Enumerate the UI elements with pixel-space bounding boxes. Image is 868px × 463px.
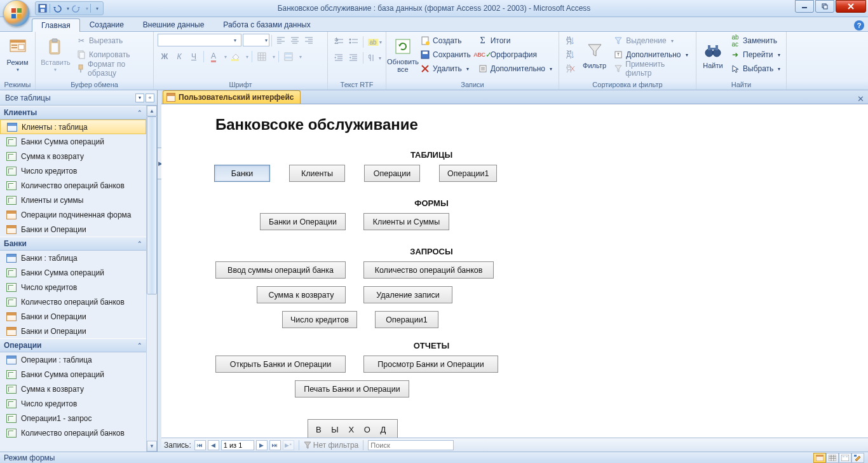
- btn-reports-2[interactable]: Печать Банки и Операции: [295, 380, 409, 397]
- nav-item[interactable]: Количество операций банков: [0, 294, 146, 309]
- btn-queries-3[interactable]: Удаление записи: [363, 286, 452, 303]
- layout-view-icon[interactable]: [839, 453, 851, 463]
- nav-group-header[interactable]: Клиенты⌃: [0, 106, 146, 120]
- view-button[interactable]: Режим ▾: [4, 34, 31, 76]
- btn-tables-2[interactable]: Операции: [364, 165, 420, 182]
- select-button[interactable]: Выбрать▾: [728, 62, 783, 76]
- font-color-dropdown[interactable]: [221, 50, 227, 64]
- totals-button[interactable]: ΣИтоги: [475, 34, 555, 48]
- new-record-nav-button[interactable]: ▶*: [283, 440, 294, 450]
- nav-item[interactable]: Операции подчиненная форма: [0, 207, 146, 222]
- nav-item[interactable]: Клиенты : таблица: [0, 120, 146, 134]
- sort-asc-button[interactable]: АЯ: [563, 34, 578, 48]
- tab-database-tools[interactable]: Работа с базами данных: [214, 18, 320, 31]
- prev-record-button[interactable]: ◀: [208, 440, 219, 450]
- gridlines-dropdown[interactable]: [269, 50, 276, 64]
- nav-item[interactable]: Банки и Операции: [0, 309, 146, 324]
- nav-item[interactable]: Клиенты и суммы: [0, 193, 146, 207]
- record-position-input[interactable]: [221, 440, 254, 450]
- office-button[interactable]: [3, 0, 30, 27]
- btn-forms-1[interactable]: Клиенты и Суммы: [363, 213, 449, 230]
- next-record-button[interactable]: ▶: [256, 440, 268, 450]
- maximize-button[interactable]: [815, 0, 834, 13]
- scrollbar-thumb[interactable]: [147, 116, 157, 294]
- btn-queries-5[interactable]: Операции1: [375, 311, 438, 328]
- close-button[interactable]: [836, 0, 866, 13]
- btn-queries-2[interactable]: Сумма к возврату: [257, 286, 346, 303]
- delete-record-button[interactable]: Удалить▾: [417, 62, 473, 76]
- nav-dropdown-icon[interactable]: ▾: [135, 93, 144, 102]
- goto-button[interactable]: ➜Перейти▾: [728, 48, 783, 62]
- nav-item[interactable]: Банки и Операции: [0, 222, 146, 237]
- increase-indent-button[interactable]: [346, 51, 360, 65]
- fill-color-button[interactable]: [228, 50, 242, 64]
- font-name-combo[interactable]: ▾: [158, 34, 241, 46]
- numbered-list-button[interactable]: 12: [332, 35, 346, 49]
- nav-item[interactable]: Банки и Операции: [0, 324, 146, 338]
- nav-item[interactable]: Число кредитов: [0, 396, 146, 411]
- form-view-icon[interactable]: [813, 453, 826, 463]
- btn-reports-1[interactable]: Просмотр Банки и Операции: [363, 356, 498, 373]
- minimize-button[interactable]: [795, 0, 814, 13]
- nav-item[interactable]: Число кредитов: [0, 280, 146, 294]
- tab-home[interactable]: Главная: [32, 18, 80, 32]
- align-right-button[interactable]: [302, 34, 316, 48]
- btn-tables-3[interactable]: Операции1: [439, 165, 497, 182]
- replace-button[interactable]: abacЗаменить: [728, 34, 783, 48]
- alt-fill-dropdown[interactable]: [296, 50, 302, 64]
- bullet-list-button[interactable]: [346, 35, 360, 49]
- nav-group-header[interactable]: Банки⌃: [0, 237, 146, 251]
- nav-item[interactable]: Операции : таблица: [0, 352, 146, 367]
- nav-item[interactable]: Сумма к возврату: [0, 149, 146, 163]
- undo-icon[interactable]: [52, 3, 62, 13]
- nav-pane-header[interactable]: Все таблицы ▾ «: [0, 90, 157, 106]
- btn-reports-0[interactable]: Открыть Банки и Операции: [215, 356, 346, 373]
- tab-create[interactable]: Создание: [80, 18, 133, 31]
- scroll-up-icon[interactable]: ▲: [147, 106, 157, 116]
- filter-button[interactable]: Фильтр: [580, 34, 609, 76]
- first-record-button[interactable]: ⏮: [194, 440, 206, 450]
- btn-tables-1[interactable]: Клиенты: [289, 165, 345, 182]
- nav-item[interactable]: Число кредитов: [0, 163, 146, 178]
- btn-queries-4[interactable]: Число кредитов: [282, 311, 357, 328]
- align-left-button[interactable]: [274, 34, 288, 48]
- nav-item[interactable]: Количество операций банков: [0, 178, 146, 193]
- design-view-icon[interactable]: [851, 453, 864, 463]
- nav-item[interactable]: Банки Сумма операций: [0, 367, 146, 382]
- nav-scrollbar[interactable]: ▲ ▼: [146, 106, 157, 452]
- btn-queries-0[interactable]: Ввод суммы операций банка: [215, 261, 346, 279]
- find-button[interactable]: Найти: [700, 34, 726, 76]
- redo-icon[interactable]: [71, 3, 81, 13]
- fill-color-dropdown[interactable]: [243, 50, 249, 64]
- doc-tab-active[interactable]: Пользовательский интерфейс: [163, 90, 301, 104]
- more-button[interactable]: Дополнительно▾: [475, 62, 555, 76]
- nav-collapse-icon[interactable]: «: [146, 93, 154, 102]
- save-record-button[interactable]: Сохранить: [417, 48, 473, 62]
- qat-customize-icon[interactable]: [93, 3, 99, 13]
- gridlines-button[interactable]: [255, 50, 269, 64]
- sort-desc-button[interactable]: ЯА: [563, 48, 578, 62]
- decrease-indent-button[interactable]: [332, 51, 346, 65]
- record-search-input[interactable]: [368, 440, 454, 450]
- tab-external-data[interactable]: Внешние данные: [133, 18, 214, 31]
- bold-button[interactable]: Ж: [158, 50, 172, 64]
- doc-close-button[interactable]: ✕: [855, 94, 868, 104]
- font-size-combo[interactable]: ▾: [243, 34, 269, 46]
- italic-button[interactable]: К: [172, 50, 186, 64]
- refresh-all-button[interactable]: Обновить все: [390, 34, 416, 76]
- datasheet-view-icon[interactable]: [826, 453, 839, 463]
- clear-sort-button[interactable]: АЯ: [563, 62, 578, 76]
- nav-item[interactable]: Количество операций банков: [0, 425, 146, 440]
- btn-queries-1[interactable]: Количество операций банков: [363, 261, 494, 279]
- font-color-button[interactable]: A: [207, 50, 220, 64]
- new-record-button[interactable]: Создать: [417, 34, 473, 48]
- help-icon[interactable]: ?: [854, 20, 864, 31]
- exit-button[interactable]: В Ы Х О Д: [308, 419, 398, 438]
- nav-item[interactable]: Сумма к возврату: [0, 382, 146, 396]
- undo-dropdown-icon[interactable]: [64, 3, 69, 13]
- scroll-down-icon[interactable]: ▼: [147, 441, 157, 452]
- btn-forms-0[interactable]: Банки и Операции: [260, 213, 346, 230]
- nav-item[interactable]: Банки Сумма операций: [0, 134, 146, 149]
- redo-dropdown-icon[interactable]: [83, 3, 88, 13]
- text-direction-button[interactable]: ▾: [366, 51, 384, 65]
